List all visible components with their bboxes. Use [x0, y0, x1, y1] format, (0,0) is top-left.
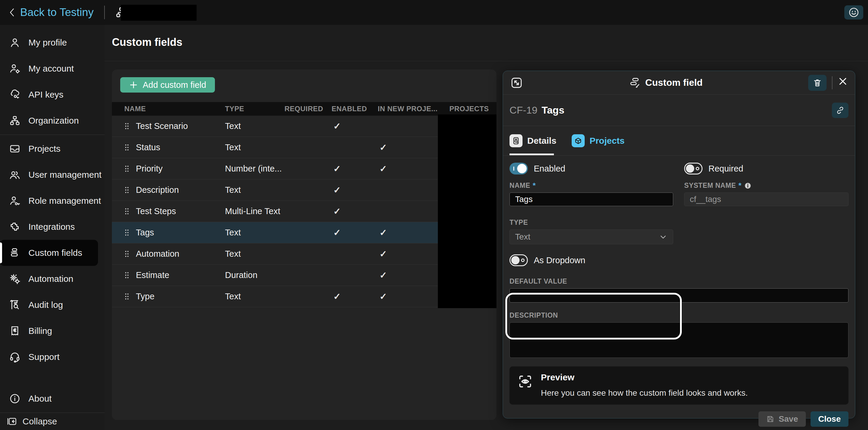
tab-details[interactable]: Details [509, 134, 556, 147]
topbar-divider [104, 6, 105, 19]
drag-handle-icon[interactable] [124, 165, 129, 173]
field-name: Estimate [136, 270, 169, 280]
copy-link-button[interactable] [832, 103, 848, 118]
delete-button[interactable] [808, 75, 827, 91]
system-name-input[interactable] [684, 193, 848, 206]
panel-tabs: Details Projects [503, 126, 855, 156]
projects-tray-icon [9, 143, 21, 155]
sidebar-item-organization[interactable]: Organization [0, 108, 104, 134]
sidebar-label: API keys [28, 90, 63, 100]
drag-handle-icon[interactable] [124, 207, 129, 215]
field-type: Number (inte... [225, 164, 284, 174]
as-dropdown-toggle-row: As Dropdown [509, 252, 848, 268]
field-name: Type [136, 292, 155, 301]
org-chart-icon [9, 115, 21, 127]
sidebar-item-about[interactable]: About [0, 386, 104, 412]
drag-handle-icon[interactable] [124, 271, 129, 279]
sidebar-item-role-management[interactable]: Role management [0, 188, 104, 214]
chevron-left-icon [8, 7, 16, 18]
person-gear-icon [9, 63, 21, 74]
field-name: Test Steps [136, 206, 176, 216]
sidebar-item-my-profile[interactable]: My profile [0, 30, 104, 56]
sidebar-label: My account [28, 64, 74, 74]
enabled-toggle[interactable] [509, 163, 528, 174]
sidebar-label: Projects [28, 144, 60, 154]
puzzle-icon [9, 221, 21, 233]
type-dropdown[interactable]: Text [509, 230, 673, 244]
drag-handle-icon[interactable] [124, 186, 129, 194]
redacted-workspace-name [121, 5, 196, 21]
panel-field-title-row: CF-19 Tags [503, 95, 855, 126]
sidebar-label: User management [28, 170, 101, 180]
drag-handle-icon[interactable] [124, 143, 129, 152]
save-button[interactable]: Save [758, 411, 806, 427]
sidebar-item-projects[interactable]: Projects [0, 136, 104, 162]
name-field-label: NAME* [509, 181, 673, 190]
close-x-button[interactable] [838, 76, 848, 89]
field-title: Tags [541, 104, 832, 116]
enabled-toggle-label: Enabled [534, 164, 565, 174]
info-icon [9, 393, 21, 404]
sidebar-item-integrations[interactable]: Integrations [0, 214, 104, 240]
redacted-projects-column [438, 114, 496, 308]
close-button[interactable]: Close [811, 411, 848, 427]
col-in-new-projects: IN NEW PROJE... [378, 105, 450, 113]
default-value-input[interactable] [509, 288, 848, 302]
sidebar-item-automation[interactable]: Automation [0, 266, 104, 292]
sidebar-label: Custom fields [28, 248, 82, 258]
description-textarea[interactable] [509, 322, 848, 358]
panel-body: Enabled Required NAME* SYSTEM NAME* [503, 156, 855, 427]
enabled-check: ✓ [332, 164, 378, 174]
field-type: Multi-Line Text [225, 206, 284, 216]
custom-fields-icon [9, 247, 21, 259]
sidebar-item-audit-log[interactable]: Audit log [0, 292, 104, 318]
field-name: Test Scenario [136, 121, 188, 131]
required-toggle-row: Required [684, 160, 848, 177]
add-custom-field-button[interactable]: Add custom field [120, 77, 215, 93]
sidebar-item-billing[interactable]: Billing [0, 318, 104, 344]
sidebar-label: Role management [28, 196, 101, 206]
gears-icon [9, 273, 21, 285]
drag-handle-icon[interactable] [124, 250, 129, 258]
projects-tab-icon [572, 134, 585, 147]
sidebar-label: Automation [28, 274, 73, 284]
close-button-label: Close [818, 414, 841, 424]
sidebar-label: Organization [28, 115, 79, 126]
table-header: NAME TYPE REQUIRED ENABLED IN NEW PROJE.… [112, 102, 496, 115]
enabled-check: ✓ [332, 121, 378, 131]
type-field-label: TYPE [509, 219, 848, 227]
info-circle-icon[interactable] [744, 182, 752, 190]
sidebar-collapse-button[interactable]: Collapse [0, 412, 104, 430]
headset-icon [9, 351, 21, 363]
feedback-smiley-button[interactable] [844, 5, 863, 20]
sidebar-label: Integrations [28, 222, 75, 232]
sidebar-item-user-management[interactable]: User management [0, 162, 104, 188]
drag-handle-icon[interactable] [124, 293, 129, 300]
drag-handle-icon[interactable] [124, 122, 129, 130]
field-name: Tags [136, 228, 154, 237]
custom-field-icon [629, 77, 641, 89]
audit-log-icon [9, 299, 21, 311]
field-type: Text [225, 228, 284, 237]
tab-projects[interactable]: Projects [572, 134, 624, 147]
as-dropdown-toggle[interactable] [509, 254, 528, 266]
description-label: DESCRIPTION [509, 311, 848, 320]
chevron-down-icon [659, 232, 668, 241]
sidebar-item-support[interactable]: Support [0, 344, 104, 370]
add-button-label: Add custom field [143, 80, 206, 90]
name-input[interactable] [509, 193, 673, 206]
system-name-field-label: SYSTEM NAME* [684, 181, 848, 190]
trash-icon [812, 78, 823, 88]
required-toggle-label: Required [708, 164, 743, 174]
required-toggle[interactable] [684, 163, 703, 174]
field-id: CF-19 [509, 104, 537, 116]
expand-icon[interactable] [510, 76, 523, 89]
sidebar-item-api-keys[interactable]: API keys [0, 81, 104, 108]
sidebar-item-custom-fields[interactable]: Custom fields [0, 240, 98, 266]
sidebar-item-my-account[interactable]: My account [0, 56, 104, 81]
collapse-label: Collapse [23, 417, 57, 426]
field-type: Duration [225, 270, 284, 280]
field-type: Text [225, 292, 284, 301]
drag-handle-icon[interactable] [124, 229, 129, 237]
back-to-testiny-link[interactable]: Back to Testiny [8, 6, 94, 19]
